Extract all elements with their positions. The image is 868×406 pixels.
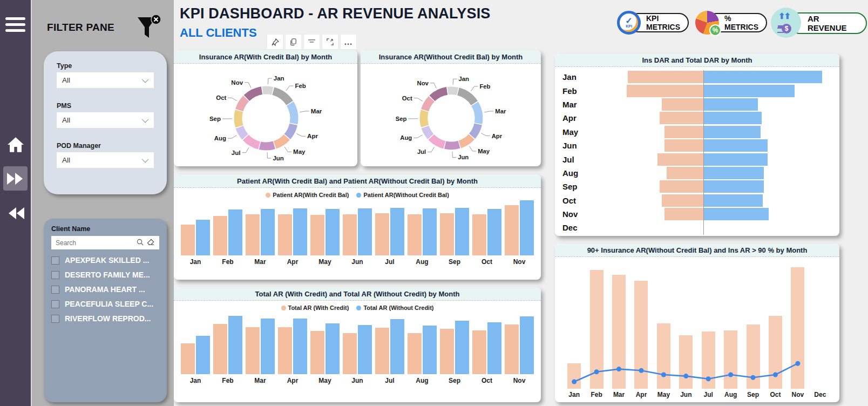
client-list-item[interactable]: APEXPEAK SKILLED ... <box>51 256 159 265</box>
donut-label: Mar <box>495 108 506 114</box>
client-checkbox[interactable] <box>51 256 59 265</box>
tornado-row: Aug <box>555 166 839 180</box>
bar-total-dar <box>704 194 763 207</box>
month-label: Feb <box>222 258 233 266</box>
tornado-center-axis <box>703 70 704 235</box>
donut-leader-line <box>268 78 272 84</box>
tornado-chart-dar: JanFebMarAprMayJunJulAugSepOctNovDec <box>555 70 839 235</box>
bar-ins-dar <box>660 180 703 193</box>
bar-total-dar <box>704 98 758 111</box>
ar-revenue-button[interactable]: ⬆⬆$ AR REVENUE <box>771 11 867 35</box>
filter-dropdown-pod-manager[interactable]: All <box>57 152 154 168</box>
donut-label: Oct <box>402 95 412 102</box>
home-icon[interactable] <box>3 132 28 157</box>
percent-metrics-button[interactable]: % % METRICS <box>695 11 767 35</box>
client-checkbox[interactable] <box>51 286 59 294</box>
pin-icon[interactable] <box>267 34 283 50</box>
bar-slot <box>585 270 607 389</box>
month-label: Nov <box>786 391 809 398</box>
kpi-metrics-button[interactable]: ✓KPI KPI METRICS <box>617 11 688 35</box>
filter-value: All <box>62 76 70 84</box>
client-search-input[interactable] <box>56 239 133 247</box>
month-label: Jan <box>555 72 586 82</box>
bar-90plus-insurance-ar <box>657 323 670 389</box>
donut-label: Feb <box>295 83 306 89</box>
combo-chart-axis-labels: JanFebMarAprMayJunJulAugSepOctNovDec <box>563 391 831 398</box>
bar-group: Oct <box>472 322 501 384</box>
month-label: Aug <box>416 258 428 266</box>
donut-leader-line <box>245 83 251 88</box>
tornado-row: Mar <box>555 98 839 111</box>
month-label: Jun <box>351 377 363 384</box>
donut-label: Jun <box>458 154 469 160</box>
bar-group: Jul <box>375 319 404 384</box>
bar-group: Mar <box>246 319 275 384</box>
month-label: Apr <box>555 113 586 123</box>
bar-ins-dar <box>662 98 703 111</box>
filter-icon[interactable] <box>303 34 320 50</box>
eraser-icon[interactable] <box>147 238 155 248</box>
client-name: RIVERFLOW REPROD... <box>65 314 151 323</box>
bar-slot <box>653 323 675 389</box>
bar-with-credit <box>278 214 292 256</box>
client-checkbox[interactable] <box>51 271 59 279</box>
month-label: Jun <box>675 391 697 398</box>
copy-icon[interactable] <box>285 34 302 50</box>
chart-card-90plus-insurance-ar: 90+ Insurance AR(Without Credit Bal) and… <box>555 243 839 402</box>
fast-forward-icon[interactable] <box>3 166 28 191</box>
focus-mode-icon[interactable] <box>322 34 338 50</box>
donut-leader-line <box>428 147 434 152</box>
bar-group: Jul <box>375 208 404 266</box>
filter-value: All <box>62 156 70 164</box>
month-label: Mar <box>608 391 630 398</box>
hamburger-menu-icon[interactable] <box>5 17 25 35</box>
filter-dropdown-type[interactable]: All <box>57 72 154 88</box>
donut-segment-Oct <box>425 99 431 110</box>
bar-without-credit <box>487 322 501 374</box>
bar-without-credit <box>196 220 210 255</box>
chevron-down-icon <box>142 116 149 123</box>
month-label: Sep <box>555 182 586 191</box>
client-checkbox[interactable] <box>51 315 59 323</box>
bar-total-dar <box>704 112 762 124</box>
bar-90plus-insurance-ar <box>567 363 581 389</box>
bar-group: May <box>310 323 340 384</box>
client-list-item[interactable]: RIVERFLOW REPROD... <box>51 314 159 323</box>
client-list-item[interactable]: PEACEFULIA SLEEP C... <box>51 300 159 308</box>
donut-label: Sep <box>209 116 221 122</box>
month-label: May <box>318 377 331 384</box>
bar-without-credit <box>455 321 469 374</box>
bar-90plus-insurance-ar <box>590 270 603 389</box>
donut-leader-line <box>413 135 422 138</box>
month-label: Jan <box>190 377 201 384</box>
tornado-row: Oct <box>555 194 839 207</box>
bar-group: Apr <box>278 208 307 266</box>
bar-ins-dar <box>667 167 703 179</box>
bar-with-credit <box>343 333 357 374</box>
search-icon[interactable] <box>137 238 144 248</box>
month-label: Oct <box>555 196 586 205</box>
client-list-item[interactable]: DESERTO FAMILY ME... <box>51 270 159 279</box>
bar-without-credit <box>261 319 275 374</box>
chart-title: Ins DAR and Total DAR by Month <box>555 53 839 67</box>
bar-slot <box>563 363 585 389</box>
donut-label: Aug <box>400 134 412 141</box>
donut-leader-line <box>452 152 456 158</box>
donut-segment-Jan <box>448 91 458 91</box>
bar-without-credit <box>390 319 404 374</box>
more-options-icon[interactable]: … <box>340 34 357 50</box>
bar-with-credit <box>343 214 357 256</box>
left-nav-sidebar <box>0 0 31 406</box>
rewind-icon[interactable] <box>3 201 28 225</box>
clear-filters-icon[interactable] <box>134 13 162 44</box>
legend-label: Total AR (Without Credit) <box>363 304 433 311</box>
client-list-item[interactable]: PANORAMA HEART ... <box>51 285 159 294</box>
bar-without-credit <box>487 209 501 255</box>
bar-90plus-insurance-ar <box>634 281 648 389</box>
donut-leader-line <box>242 147 249 152</box>
filter-dropdown-pms[interactable]: All <box>57 112 154 128</box>
chart-card-insurance-ar-with-credit: Insurance AR(With Credit Bal) by Month J… <box>174 50 357 166</box>
bar-ins-dar <box>664 208 703 220</box>
month-label: Aug <box>720 391 742 398</box>
client-checkbox[interactable] <box>51 300 59 308</box>
